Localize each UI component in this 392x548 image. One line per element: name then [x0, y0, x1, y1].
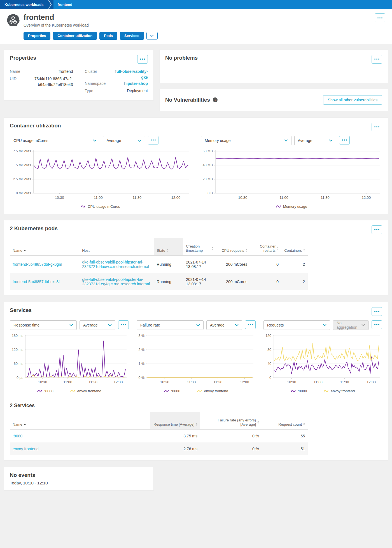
- memory-metric-select[interactable]: Memory usage: [201, 136, 291, 145]
- service-response-time: 2.76 ms: [150, 442, 200, 455]
- legend-item[interactable]: envoy frontend: [70, 389, 101, 393]
- svg-text:11:00: 11:00: [279, 195, 288, 200]
- cpu-aggregation-select[interactable]: Average: [103, 136, 145, 145]
- container-utilization-menu-button[interactable]: [372, 123, 382, 131]
- events-card: No events Today, 10:10 - 12:10: [4, 467, 154, 491]
- requests-menu-button[interactable]: [372, 320, 382, 329]
- legend-item[interactable]: envoy frontend: [324, 389, 355, 393]
- failure-rate-metric-select[interactable]: Failure rate: [137, 320, 204, 330]
- legend-item[interactable]: Memory usage: [276, 204, 307, 209]
- nav-button-services[interactable]: Services: [120, 32, 144, 40]
- property-label: Namespace: [85, 81, 106, 86]
- properties-left-column: Name frontend UID 73d4d110-8865-47a2-b64…: [10, 69, 73, 95]
- cpu-usage-chart[interactable]: 0 mCores2.5 mCores5 mCores7.5 mCores10:3…: [10, 149, 191, 202]
- svg-text:12:00: 12:00: [367, 380, 376, 384]
- requests-metric-select[interactable]: Requests: [263, 320, 330, 330]
- series-swatch-icon: [324, 389, 328, 393]
- nav-button-container-utilization[interactable]: Container utilization: [53, 32, 97, 40]
- cluster-link[interactable]: full-observability-gke: [109, 69, 148, 81]
- properties-menu-button[interactable]: [137, 55, 148, 64]
- failure-rate-menu-button[interactable]: [245, 320, 256, 329]
- svg-text:10:30: 10:30: [55, 195, 64, 200]
- pod-created: 2021-07-14 13:08:17: [183, 255, 216, 273]
- svg-text:80: 80: [267, 348, 271, 352]
- pods-column-name[interactable]: Name: [10, 238, 79, 256]
- chevron-down-icon: [108, 324, 112, 326]
- pod-host-link[interactable]: gke-full-observabili-pool-hipster-tai-23…: [82, 277, 150, 286]
- select-value: Response time: [13, 323, 39, 327]
- pod-name-link[interactable]: frontend-5b48857dbf-gx6gm: [13, 262, 62, 267]
- property-row-type: Type Deployment: [85, 88, 148, 95]
- info-icon[interactable]: i: [213, 97, 218, 102]
- svg-text:11:30: 11:30: [340, 380, 349, 384]
- svg-text:11:00: 11:00: [187, 380, 196, 384]
- requests-chart[interactable]: 0408012010:3011:0011:3012:00: [263, 334, 382, 386]
- svg-text:12:00: 12:00: [362, 195, 371, 200]
- response-time-aggregation-select[interactable]: Average: [80, 320, 115, 330]
- page: Kubernetes workloads frontend frontend: [0, 0, 392, 548]
- select-value: Average: [298, 138, 312, 143]
- legend-item[interactable]: envoy frontend: [197, 389, 228, 393]
- chevron-down-icon: [138, 139, 141, 142]
- pods-column-creation-timestamp[interactable]: Creation timestamp: [183, 238, 216, 256]
- legend-item[interactable]: :8080: [37, 389, 53, 393]
- pod-cpu-requests: 200 mCores: [216, 273, 250, 290]
- service-name-link[interactable]: :8080: [13, 434, 22, 438]
- svg-text:10:30: 10:30: [160, 380, 169, 384]
- svg-text:0 B: 0 B: [207, 191, 213, 195]
- sort-asc-icon: [24, 250, 26, 251]
- properties-right-column: Cluster full-observability-gke Namespace…: [85, 69, 148, 95]
- legend-item[interactable]: :8080: [164, 389, 180, 393]
- response-time-metric-select[interactable]: Response time: [10, 320, 77, 330]
- pods-column-host[interactable]: Host: [79, 238, 154, 256]
- pods-column-container-restarts[interactable]: Container restarts: [250, 238, 281, 256]
- svg-text:2.5 mCores: 2.5 mCores: [13, 177, 31, 181]
- svg-text:40: 40: [267, 362, 271, 366]
- pods-column-containers[interactable]: Containers: [281, 238, 308, 256]
- legend-label: :8080: [44, 389, 53, 393]
- sort-icon: [167, 249, 168, 252]
- services-column-failure-rate[interactable]: Failure rate (any errors) [Average]: [200, 412, 262, 430]
- memory-aggregation-select[interactable]: Average: [294, 136, 336, 145]
- pods-menu-button[interactable]: [372, 225, 382, 234]
- namespace-link[interactable]: hipster-shop: [124, 81, 148, 87]
- nav-button-properties[interactable]: Properties: [24, 32, 50, 40]
- failure-rate-chart[interactable]: 0 %1 %2 %3 %10:3011:0011:3012:00: [137, 334, 256, 386]
- pod-host-link[interactable]: gke-full-observabili-pool-hipster-tai-23…: [82, 260, 149, 269]
- services-column-request-count[interactable]: Request count: [262, 412, 308, 430]
- legend-item[interactable]: CPU usage mCores: [81, 204, 120, 209]
- page-header: frontend Overview of the Kubernetes work…: [0, 9, 392, 44]
- header-menu-button[interactable]: [375, 13, 385, 22]
- legend-item[interactable]: :8080: [291, 389, 307, 393]
- pod-row: frontend-5b48857dbf-gx6gm gke-full-obser…: [10, 255, 308, 273]
- problems-menu-button[interactable]: [372, 55, 382, 64]
- page-title: frontend: [24, 13, 89, 22]
- services-card: Services Response time Average: [4, 302, 388, 461]
- failure-rate-aggregation-select[interactable]: Average: [206, 320, 242, 330]
- services-column-response-time[interactable]: Response time [Average]: [150, 412, 200, 430]
- dotted-leader: [22, 72, 57, 72]
- pods-column-cpu-requests[interactable]: CPU requests: [216, 238, 250, 256]
- show-vulnerabilities-button[interactable]: Show all other vulnerabilities: [323, 95, 382, 105]
- pods-column-state[interactable]: State: [154, 238, 183, 256]
- cpu-metric-select[interactable]: CPU usage mCores: [10, 136, 100, 145]
- nav-button-pods[interactable]: Pods: [99, 32, 117, 40]
- breadcrumb-root[interactable]: Kubernetes workloads: [0, 0, 47, 9]
- nav-more-button[interactable]: [146, 32, 158, 39]
- service-name-link[interactable]: envoy frontend: [13, 447, 39, 451]
- response-time-chart[interactable]: 0 µs60 ms120 ms180 ms10:3011:0011:3012:0…: [10, 334, 129, 386]
- container-utilization-title: Container utilization: [10, 123, 61, 129]
- series-swatch-icon: [70, 389, 75, 393]
- pod-name-link[interactable]: frontend-5b48857dbf-nxc8f: [13, 279, 60, 284]
- svg-text:1 %: 1 %: [138, 362, 144, 366]
- service-request-count: 55: [262, 429, 308, 442]
- cpu-chart-menu-button[interactable]: [148, 136, 158, 144]
- breadcrumb-separator-icon: [47, 0, 53, 9]
- properties-title: Properties: [10, 55, 36, 61]
- services-menu-button[interactable]: [372, 307, 382, 316]
- response-time-menu-button[interactable]: [118, 320, 129, 329]
- memory-chart-menu-button[interactable]: [339, 136, 350, 144]
- memory-usage-chart[interactable]: 0 B20 MB40 MB60 MB10:3011:0011:3012:00: [201, 149, 382, 202]
- services-column-name[interactable]: Name: [10, 412, 150, 430]
- property-value: 73d4d110-8865-47a2-b64a-f9d22e818e43: [34, 76, 73, 88]
